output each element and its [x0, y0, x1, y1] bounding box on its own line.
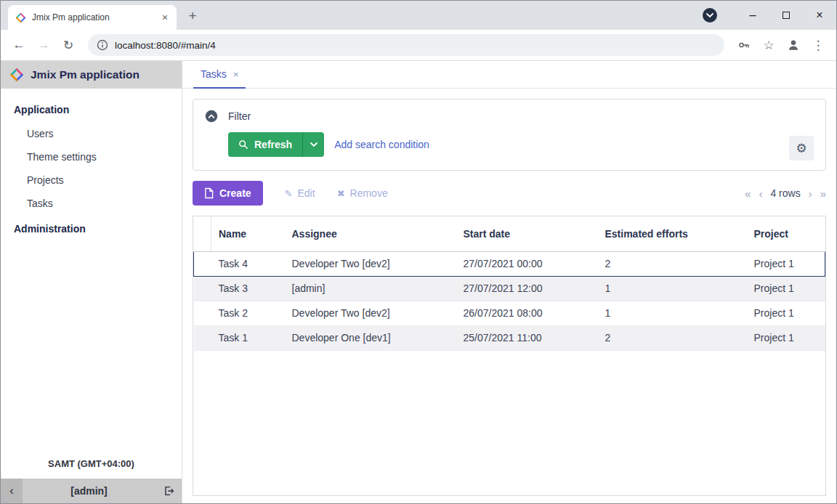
sidebar-item-projects[interactable]: Projects: [1, 168, 182, 192]
cell-selection[interactable]: [194, 301, 211, 325]
column-header-start-date[interactable]: Start date: [456, 216, 598, 251]
cell-selection[interactable]: [194, 325, 211, 350]
refresh-button-label: Refresh: [254, 139, 292, 150]
reload-button[interactable]: ↻: [57, 34, 79, 56]
refresh-dropdown-button[interactable]: [302, 132, 324, 157]
cell-start-date[interactable]: 27/07/2021 00:00: [456, 251, 598, 276]
sidebar-bottom-bar: ‹ [admin]: [1, 479, 182, 503]
browser-tab-title: Jmix Pm application: [32, 12, 159, 23]
profile-avatar-icon[interactable]: [783, 34, 804, 56]
column-header-estimated-efforts[interactable]: Estimated efforts: [598, 216, 747, 251]
cell-start-date[interactable]: 27/07/2021 12:00: [456, 276, 598, 301]
browser-window: Jmix Pm application × + – × ← → ↻ local: [0, 0, 837, 504]
first-page-button[interactable]: «: [745, 187, 751, 200]
tab-tasks-close-icon[interactable]: ×: [233, 69, 239, 80]
password-key-icon[interactable]: [733, 34, 755, 56]
cell-project[interactable]: Project 1: [747, 276, 825, 301]
cell-assignee[interactable]: Developer Two [dev2]: [285, 301, 456, 325]
cell-estimated-efforts[interactable]: 2: [598, 251, 747, 276]
forward-button[interactable]: →: [33, 34, 54, 56]
cell-start-date[interactable]: 26/07/2021 08:00: [456, 301, 598, 325]
logout-button[interactable]: [155, 479, 182, 503]
browser-toolbar: ← → ↻ localhost:8080/#main/4 ☆: [1, 30, 836, 61]
add-search-condition-link[interactable]: Add search condition: [334, 139, 429, 150]
jmix-logo-icon: [9, 68, 24, 82]
cell-start-date[interactable]: 25/07/2021 11:00: [456, 325, 598, 350]
timezone-label: SAMT (GMT+04:00): [1, 458, 182, 479]
cell-name[interactable]: Task 1: [211, 325, 285, 350]
browser-menu-icon[interactable]: ⋮: [807, 34, 829, 56]
sidebar-item-theme-settings[interactable]: Theme settings: [1, 145, 182, 168]
menu-section-application[interactable]: Application: [1, 96, 182, 122]
workspace: Tasks × Filter: [182, 61, 836, 503]
pencil-icon: ✎: [285, 188, 293, 199]
refresh-split-button: Refresh: [228, 132, 324, 157]
current-user-button[interactable]: [admin]: [23, 485, 155, 497]
avatar-icon: [787, 38, 800, 52]
table-row[interactable]: Task 3 [admin] 27/07/2021 12:00 1 Projec…: [194, 276, 825, 301]
sidebar-collapse-button[interactable]: ‹: [1, 479, 23, 503]
app-header: Jmix Pm application: [1, 61, 182, 89]
create-button-label: Create: [219, 187, 251, 199]
cell-name[interactable]: Task 4: [211, 251, 285, 276]
cell-estimated-efforts[interactable]: 1: [598, 301, 747, 325]
column-header-name[interactable]: Name: [211, 216, 285, 251]
sidebar-item-users[interactable]: Users: [1, 122, 182, 145]
chevron-down-icon: [706, 13, 713, 18]
cell-assignee[interactable]: Developer Two [dev2]: [285, 251, 456, 276]
table-header-row: Name Assignee Start date Estimated effor…: [194, 216, 825, 251]
table-toolbar: Create ✎ Edit ✖ Remove « ‹ 4 rows ›: [193, 181, 826, 206]
app-title: Jmix Pm application: [31, 68, 140, 81]
cell-name[interactable]: Task 3: [211, 276, 285, 301]
cell-estimated-efforts[interactable]: 1: [598, 276, 747, 301]
address-bar[interactable]: localhost:8080/#main/4: [88, 34, 724, 56]
new-tab-button[interactable]: +: [182, 6, 203, 26]
tab-close-icon[interactable]: ×: [159, 12, 171, 23]
remove-button[interactable]: ✖ Remove: [337, 187, 388, 199]
filter-settings-button[interactable]: ⚙: [789, 136, 814, 160]
browser-tab[interactable]: Jmix Pm application ×: [8, 5, 177, 30]
key-icon: [737, 38, 751, 52]
cell-project[interactable]: Project 1: [747, 251, 825, 276]
column-header-project[interactable]: Project: [747, 216, 825, 251]
app-root: Jmix Pm application Application Users Th…: [1, 61, 836, 503]
bookmark-star-icon[interactable]: ☆: [758, 34, 780, 56]
tasks-screen: Filter Refresh: [182, 89, 836, 503]
selection-column-header: [194, 216, 211, 251]
cell-selection[interactable]: [194, 276, 211, 301]
refresh-button[interactable]: Refresh: [228, 132, 302, 157]
tab-tasks[interactable]: Tasks ×: [193, 68, 246, 89]
cell-selection[interactable]: [194, 251, 211, 276]
maximize-button[interactable]: [769, 1, 803, 30]
cell-assignee[interactable]: [admin]: [285, 276, 456, 301]
workspace-tab-bar: Tasks ×: [182, 61, 836, 89]
remove-x-icon: ✖: [337, 188, 345, 199]
table-row[interactable]: Task 4 Developer Two [dev2] 27/07/2021 0…: [194, 251, 825, 276]
next-page-button[interactable]: ›: [809, 187, 812, 200]
table-row[interactable]: Task 1 Developer One [dev1] 25/07/2021 1…: [194, 325, 825, 350]
prev-page-button[interactable]: ‹: [759, 187, 762, 200]
last-page-button[interactable]: »: [820, 187, 826, 200]
url-input[interactable]: localhost:8080/#main/4: [115, 40, 216, 51]
close-button[interactable]: ×: [803, 1, 836, 30]
create-button[interactable]: Create: [193, 181, 263, 206]
table-row[interactable]: Task 2 Developer Two [dev2] 26/07/2021 0…: [194, 301, 825, 325]
column-header-assignee[interactable]: Assignee: [285, 216, 456, 251]
back-button[interactable]: ←: [8, 34, 30, 56]
jmix-favicon-icon: [15, 12, 26, 23]
minimize-button[interactable]: –: [736, 1, 769, 30]
sidebar-item-tasks[interactable]: Tasks: [1, 192, 182, 215]
cell-estimated-efforts[interactable]: 2: [598, 325, 747, 350]
page-info-icon[interactable]: [97, 39, 108, 51]
edit-button[interactable]: ✎ Edit: [285, 187, 315, 199]
menu-section-administration[interactable]: Administration: [1, 215, 182, 241]
cell-assignee[interactable]: Developer One [dev1]: [285, 325, 456, 350]
cell-project[interactable]: Project 1: [747, 301, 825, 325]
browser-update-icon[interactable]: [703, 8, 717, 23]
maximize-icon: [783, 12, 790, 19]
filter-collapse-icon[interactable]: [205, 110, 218, 123]
remove-button-label: Remove: [350, 187, 388, 199]
cell-project[interactable]: Project 1: [747, 325, 825, 350]
rows-count-label[interactable]: 4 rows: [770, 187, 800, 199]
cell-name[interactable]: Task 2: [211, 301, 285, 325]
